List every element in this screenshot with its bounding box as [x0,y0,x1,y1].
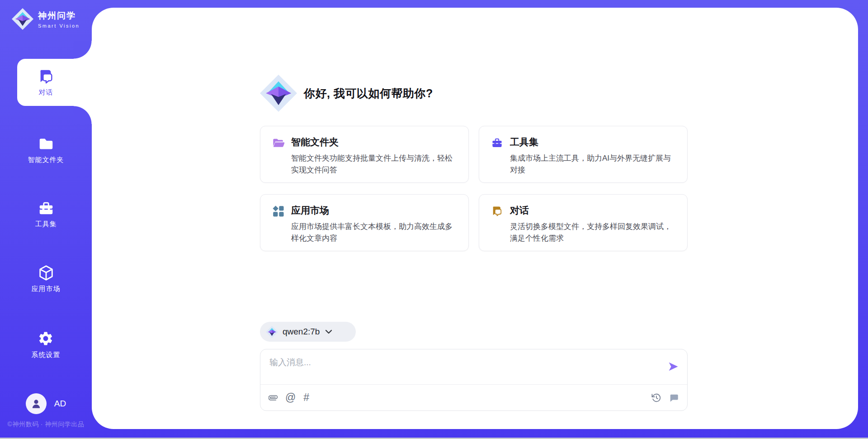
composer-toolbar: @ # [260,385,687,410]
user-initials: AD [54,399,66,409]
chat-icon [491,205,503,217]
card-body: 应用市场 应用市场提供丰富长文本模板，助力高效生成多样化文章内容 [291,204,458,251]
send-button[interactable] [666,360,680,374]
history-icon [651,393,661,403]
comment-icon [669,393,679,403]
comment-button[interactable] [669,393,679,403]
card-app-market[interactable]: 应用市场 应用市场提供丰富长文本模板，助力高效生成多样化文章内容 [260,194,469,251]
feature-cards: 智能文件夹 智能文件夹功能支持批量文件上传与清洗，轻松实现文件问答 工具集 集成… [260,126,688,251]
card-body: 对话 灵活切换多模型文件，支持多样回复效果调试，满足个性化需求 [510,204,676,251]
app-window: 神州问学 Smart Vision 对话 智能文件夹 工具集 应用市场 系统设置 [0,0,868,439]
card-title: 智能文件夹 [291,136,458,148]
history-button[interactable] [651,393,661,403]
card-chat[interactable]: 对话 灵活切换多模型文件，支持多样回复效果调试，满足个性化需求 [479,194,688,251]
mention-button[interactable]: @ [285,392,296,403]
card-body: 智能文件夹 智能文件夹功能支持批量文件上传与清洗，轻松实现文件问答 [291,136,458,182]
sidebar-item-label: 系统设置 [32,351,61,359]
gear-icon [38,330,55,348]
attach-button[interactable] [269,393,278,403]
brand-title: 神州问学 [38,10,80,22]
toolbox-icon [38,200,55,217]
card-description: 灵活切换多模型文件，支持多样回复效果调试，满足个性化需求 [510,221,676,244]
model-name: qwen2:7b [283,327,320,337]
paperclip-icon [269,393,278,403]
sidebar-item-toolbox[interactable]: 工具集 [0,200,92,229]
send-arrow-icon [667,360,679,373]
person-icon [30,398,42,410]
card-description: 应用市场提供丰富长文本模板，助力高效生成多样化文章内容 [291,221,458,244]
card-title: 应用市场 [291,204,458,217]
main-content: 你好, 我可以如何帮助你? 智能文件夹 智能文件夹功能支持批量文件上传与清洗，轻… [260,8,688,429]
card-description: 智能文件夹功能支持批量文件上传与清洗，轻松实现文件问答 [291,153,458,176]
copyright-text: ©神州数码 · 神州问学出品 [0,420,92,429]
card-smart-folder[interactable]: 智能文件夹 智能文件夹功能支持批量文件上传与清洗，轻松实现文件问答 [260,126,469,183]
user-account[interactable]: AD [0,393,92,414]
sidebar-item-label: 工具集 [35,220,57,229]
greeting: 你好, 我可以如何帮助你? [260,74,433,113]
sidebar-item-settings[interactable]: 系统设置 [0,330,92,359]
folder-icon [38,135,55,153]
sidebar-item-label: 对话 [39,88,53,97]
brand-diamond-icon [12,8,33,30]
card-description: 集成市场上主流工具，助力AI与外界无缝扩展与对接 [510,153,676,176]
brand-subtitle: Smart Vision [38,23,80,29]
card-title: 工具集 [510,136,676,148]
brand-text: 神州问学 Smart Vision [38,10,80,29]
chat-icon [38,68,55,85]
message-input[interactable] [260,349,660,383]
card-title: 对话 [510,204,676,217]
folder-open-icon [272,137,284,149]
sidebar-item-label: 应用市场 [32,285,61,293]
sidebar-item-app-market[interactable]: 应用市场 [0,264,92,293]
chevron-down-icon [325,329,332,334]
model-selector[interactable]: qwen2:7b [260,322,356,342]
assistant-logo-icon [260,74,297,113]
sidebar-item-chat[interactable]: 对话 [0,68,92,97]
greeting-title: 你好, 我可以如何帮助你? [304,86,433,101]
sidebar: 神州问学 Smart Vision 对话 智能文件夹 工具集 应用市场 系统设置 [0,0,92,439]
avatar [26,393,47,414]
card-body: 工具集 集成市场上主流工具，助力AI与外界无缝扩展与对接 [510,136,676,182]
active-tab-top-curve [74,41,92,59]
cube-icon [38,264,55,282]
sidebar-item-smart-folder[interactable]: 智能文件夹 [0,135,92,164]
message-composer: @ # [260,349,688,411]
brand-logo: 神州问学 Smart Vision [12,8,80,30]
grid-market-icon [272,205,284,217]
toolbox-icon [491,137,503,149]
active-tab-bottom-curve [74,106,92,124]
model-logo-icon [266,326,278,338]
sidebar-item-label: 智能文件夹 [28,156,64,164]
hashtag-button[interactable]: # [303,392,309,403]
card-toolbox[interactable]: 工具集 集成市场上主流工具，助力AI与外界无缝扩展与对接 [479,126,688,183]
